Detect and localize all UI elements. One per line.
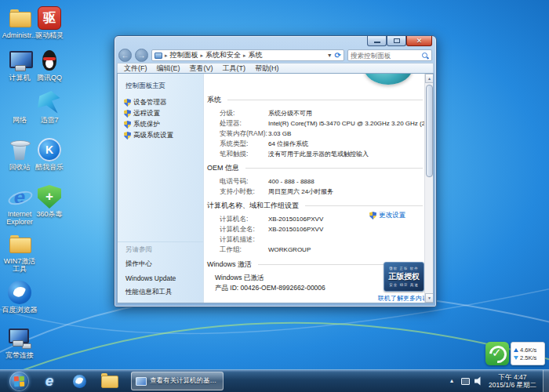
sidebar-item-device-manager[interactable]: 设备管理器	[124, 98, 167, 107]
minimize-icon	[374, 42, 380, 43]
back-button[interactable]: ←	[118, 49, 132, 62]
ie-icon: e	[8, 185, 31, 209]
tray-clock[interactable]: 下午 4:47 2015/1/6 星期二	[489, 373, 536, 389]
sidebar-item-remote-settings[interactable]: 远程设置	[124, 109, 160, 118]
search-icon	[421, 52, 429, 60]
row-label: 支持小时数:	[220, 187, 268, 197]
section-header: 计算机名称、域和工作组设置	[207, 201, 423, 211]
breadcrumb-separator: ▸	[165, 53, 168, 59]
show-desktop-button[interactable]	[543, 370, 549, 392]
windows-orb-graphic	[364, 74, 413, 85]
scroll-down-arrow[interactable]: ▼	[425, 293, 434, 303]
desktop-icon-antivirus[interactable]: +360杀毒	[31, 185, 67, 218]
network-icon	[8, 91, 31, 114]
info-row-system-type: 系统类型:64 位操作系统	[207, 139, 423, 149]
menu-bar: 文件(F) 编辑(E) 查看(V) 工具(T) 帮助(H)	[117, 63, 434, 73]
desktop-icon-label: 腾讯QQ	[31, 74, 67, 82]
sidebar-item-advanced-settings[interactable]: 高级系统设置	[124, 131, 173, 140]
sidebar-item-label: 远程设置	[133, 109, 160, 118]
scrollbar-thumb[interactable]	[426, 85, 433, 177]
info-row-description: 计算机描述:	[207, 234, 423, 245]
taskbar-explorer-icon[interactable]	[100, 372, 118, 390]
row-value: 64 位操作系统	[268, 140, 308, 148]
see-also-section: 另请参阅 操作中心 Windows Update 性能信息和工具	[118, 241, 203, 303]
sidebar-item-windows-update[interactable]: Windows Update	[125, 274, 195, 282]
menu-help[interactable]: 帮助(H)	[255, 64, 279, 74]
shield-icon: +	[38, 185, 61, 209]
menu-edit[interactable]: 编辑(E)	[157, 64, 180, 74]
show-hidden-icons-button[interactable]: ▴	[447, 376, 456, 386]
security-check-ball-icon[interactable]	[485, 342, 509, 365]
scroll-up-arrow[interactable]: ▲	[425, 74, 434, 83]
info-row-rating: 分级:系统分级不可用	[207, 108, 423, 118]
kuwo-icon: K	[38, 138, 61, 162]
window-titlebar[interactable]: ✕	[117, 36, 434, 48]
windows-flag-icon	[14, 376, 24, 386]
volume-tray-icon[interactable]	[474, 376, 484, 386]
download-arrow-icon	[514, 356, 518, 360]
start-button[interactable]	[9, 372, 29, 391]
sidebar-item-label: 系统保护	[133, 120, 160, 129]
desktop-icon-win7-activate-tool[interactable]: WIN7激活工具	[2, 232, 38, 273]
network-tray-icon[interactable]	[461, 378, 470, 385]
sidebar-item-action-center[interactable]: 操作中心	[125, 260, 195, 269]
taskbar-browser-icon[interactable]	[70, 372, 89, 390]
row-label: 工作组:	[220, 245, 268, 255]
upload-arrow-icon	[514, 348, 518, 352]
net-speed-panel[interactable]: 4.6K/s 2.5K/s	[511, 342, 545, 365]
sidebar-item-performance-tools[interactable]: 性能信息和工具	[125, 288, 195, 297]
badge-top-text: 微软 正版 软件	[384, 267, 424, 270]
taskbar-ie-icon[interactable]: e	[40, 372, 59, 390]
row-value: Intel(R) Core(TM) i5-3470 CPU @ 3.20GHz …	[268, 119, 424, 128]
sidebar-item-label: 设备管理器	[133, 98, 167, 107]
system-window: ✕ ← → ▸ 控制面板 ▸ 系统和安全 ▸ 系统 ▼ ⟳	[114, 35, 437, 307]
sidebar: 控制面板主页 设备管理器 远程设置 系统保护 高级系统设置 另请参阅 操作中心 …	[118, 74, 204, 303]
row-value: 没有可用于此显示器的笔或触控输入	[268, 150, 369, 158]
address-dropdown-icon[interactable]: ▼	[327, 53, 333, 58]
taskbar: e 查看有关计算机的基本信息 ▴ 下午 4:47 2015/1/6 星期二	[0, 369, 549, 392]
search-input[interactable]	[351, 52, 421, 60]
broadband-icon	[8, 326, 31, 350]
desktop-icon-xunlei7[interactable]: 迅雷7	[31, 91, 67, 124]
section-header: 系统	[207, 95, 423, 105]
search-box[interactable]	[347, 49, 432, 61]
learn-more-link[interactable]: 联机了解更多内容...	[378, 294, 424, 303]
menu-view[interactable]: 查看(V)	[190, 64, 213, 74]
change-settings-link[interactable]: 更改设置	[369, 211, 405, 220]
sidebar-item-control-panel-home[interactable]: 控制面板主页	[125, 82, 165, 91]
address-bar[interactable]: ▸ 控制面板 ▸ 系统和安全 ▸ 系统 ▼ ⟳	[151, 49, 344, 61]
active-task-button[interactable]: 查看有关计算机的基本信息	[131, 372, 224, 390]
breadcrumb-system[interactable]: 系统	[249, 50, 263, 60]
desktop-icon-broadband[interactable]: 宽带连接	[2, 326, 38, 359]
row-label: 分级:	[220, 109, 268, 118]
user-folder-icon	[8, 6, 31, 30]
menu-tools[interactable]: 工具(T)	[223, 64, 246, 74]
breadcrumb-system-security[interactable]: 系统和安全	[205, 50, 241, 60]
rating-unavailable-link[interactable]: 系统分级不可用	[268, 109, 312, 118]
minimize-button[interactable]	[367, 36, 387, 46]
row-label: 计算机名:	[220, 215, 268, 224]
menu-file[interactable]: 文件(F)	[124, 64, 147, 74]
uac-shield-icon	[369, 212, 376, 220]
genuine-windows-badge[interactable]: 微软 正版 软件 正版授权 安全 稳定 高速	[384, 262, 424, 292]
vertical-scrollbar[interactable]: ▲ ▼	[424, 74, 433, 303]
refresh-icon[interactable]: ⟳	[335, 51, 341, 60]
info-row-workgroup: 工作组:WORKGROUP	[207, 245, 423, 255]
maximize-button[interactable]	[387, 36, 406, 46]
breadcrumb-separator: ▸	[243, 53, 246, 59]
sidebar-item-system-protection[interactable]: 系统保护	[124, 120, 160, 129]
close-button[interactable]: ✕	[406, 36, 432, 46]
row-value: 周日至周六 24小时服务	[268, 187, 333, 196]
forward-button[interactable]: →	[135, 49, 148, 62]
uac-shield-icon	[124, 121, 131, 129]
desktop-icon-baidu-browser[interactable]: 百度浏览器	[2, 281, 38, 314]
qq-icon	[38, 49, 61, 72]
breadcrumb-control-panel[interactable]: 控制面板	[170, 50, 198, 60]
browser-icon	[73, 375, 86, 388]
desktop-icon-drive-genius[interactable]: 驱驱动精灵	[31, 6, 67, 39]
badge-main-text: 正版授权	[384, 271, 424, 282]
net-speed-widget[interactable]: 4.6K/s 2.5K/s	[485, 342, 545, 365]
desktop-icon-tencent-qq[interactable]: 腾讯QQ	[31, 49, 67, 82]
desktop-icon-kuwo-music[interactable]: K酷我音乐	[31, 138, 67, 171]
computer-icon	[136, 377, 147, 386]
